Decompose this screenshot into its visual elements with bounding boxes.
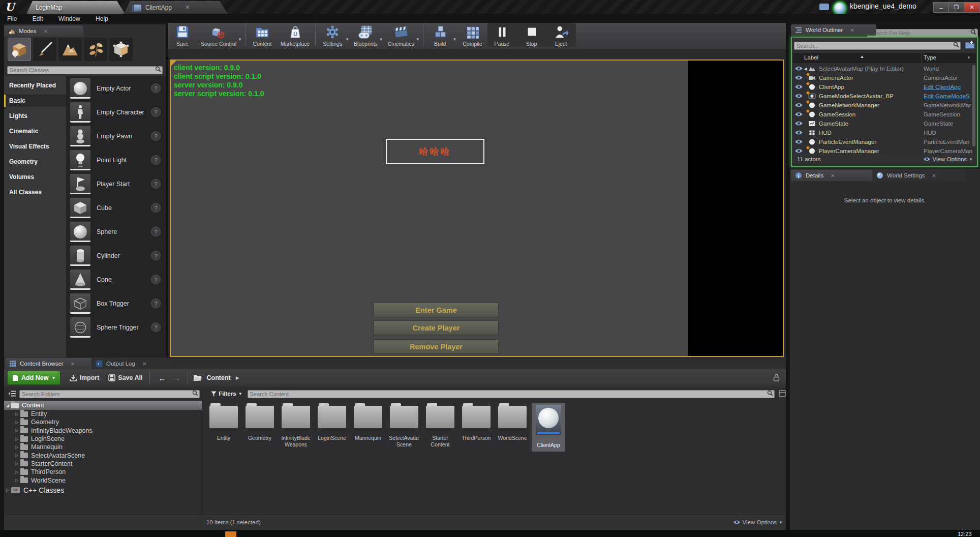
filters-button[interactable]: Filters ▼ (211, 391, 242, 397)
breadcrumb-arrow-icon[interactable]: ▶ (236, 375, 239, 380)
outliner-search-input[interactable] (794, 42, 961, 50)
close-icon[interactable]: ✕ (932, 173, 936, 178)
search-content-input[interactable] (248, 390, 775, 398)
breadcrumb-content[interactable]: Content (206, 374, 230, 381)
lock-icon[interactable] (773, 374, 780, 381)
asset-tab-clientapp[interactable]: ClientApp ✕ (124, 1, 228, 14)
search-folders-input[interactable] (19, 390, 200, 398)
save-all-button[interactable]: Save All (108, 374, 142, 381)
visibility-eye-icon[interactable] (794, 148, 803, 154)
expand-arrow-icon[interactable]: ▷ (15, 428, 20, 433)
outliner-row-actor[interactable]: GameModeSelectAvatar_BP Edit GameModeS (793, 92, 976, 101)
expand-arrow-icon[interactable]: ◢ (6, 403, 11, 408)
tab-details[interactable]: i Details ✕ (791, 170, 879, 181)
taskbar-app-icon[interactable] (225, 531, 236, 537)
class-item-sphere-trigger[interactable]: Sphere Trigger ? (66, 315, 166, 339)
help-icon[interactable]: ? (151, 107, 161, 117)
chevron-down-icon[interactable]: ▼ (238, 37, 242, 42)
content-button[interactable]: Content (251, 24, 273, 47)
mode-landscape-button[interactable] (58, 38, 82, 61)
close-icon[interactable]: ✕ (71, 361, 75, 367)
outliner-row-actor[interactable]: ParticleEventManager ParticleEventMan (793, 137, 976, 146)
help-icon[interactable]: ? (151, 131, 161, 141)
build-button[interactable]: Build (429, 24, 451, 47)
class-item-player-start[interactable]: Player Start ? (66, 172, 166, 196)
help-icon[interactable]: ? (151, 322, 161, 332)
outliner-row-actor[interactable]: GameSession GameSession (793, 110, 976, 119)
mode-place-button[interactable] (8, 38, 31, 61)
engine-status-marble-icon[interactable] (833, 1, 847, 15)
asset-folder[interactable]: Entity (207, 406, 240, 441)
collapse-arrow-icon[interactable]: ◀ (803, 67, 808, 71)
category-all-classes[interactable]: All Classes (4, 186, 66, 198)
mode-geometry-button[interactable] (109, 38, 133, 61)
asset-folder[interactable]: WorldScene (496, 406, 529, 441)
expand-arrow-icon[interactable]: ▷ (15, 445, 20, 450)
asset-folder[interactable]: LoginScene (315, 406, 349, 441)
category-visual-effects[interactable]: Visual Effects (4, 140, 66, 153)
chevron-down-icon[interactable]: ▼ (967, 55, 971, 60)
tree-item-content[interactable]: ◢ Content (4, 401, 202, 410)
outliner-row-actor[interactable]: CameraActor CameraActor (793, 73, 976, 82)
asset-clientapp-selected[interactable]: ClientApp (532, 403, 565, 452)
view-options-button[interactable]: View Options ▼ (733, 519, 783, 525)
settings-button[interactable]: Settings (321, 24, 344, 47)
visibility-eye-icon[interactable] (794, 84, 803, 90)
save-button[interactable]: Save (171, 24, 194, 47)
close-icon[interactable]: ✕ (831, 173, 835, 178)
tree-item[interactable]: ▷Mannequin (4, 443, 202, 451)
import-button[interactable]: Import (70, 374, 99, 381)
help-icon[interactable]: ? (151, 155, 161, 165)
tree-item[interactable]: ▷Geometry (4, 418, 202, 426)
class-item-sphere[interactable]: Sphere ? (66, 220, 166, 244)
saved-filter-icon[interactable] (779, 390, 786, 397)
class-item-cylinder[interactable]: Cylinder ? (66, 244, 166, 267)
edit-asset-link[interactable]: Edit GameModeS (924, 93, 970, 99)
help-icon[interactable]: ? (151, 251, 161, 260)
create-player-button[interactable]: Create Player (374, 320, 499, 335)
edit-asset-link[interactable]: Edit ClientApp (924, 84, 961, 90)
visibility-eye-icon[interactable] (794, 75, 803, 80)
eject-button[interactable]: Eject (550, 24, 572, 47)
class-item-cube[interactable]: Cube ? (66, 196, 166, 220)
help-icon[interactable]: ? (151, 83, 161, 93)
column-divider[interactable] (921, 53, 922, 63)
visibility-eye-icon[interactable] (794, 130, 803, 135)
outliner-row-actor[interactable]: GameNetworkManager GameNetworkMar (793, 101, 976, 110)
feedback-bubble-icon[interactable] (819, 4, 829, 10)
class-item-box-trigger[interactable]: Box Trigger ? (66, 291, 166, 315)
tree-item[interactable]: ▷LoginScene (4, 435, 202, 443)
visibility-eye-icon[interactable] (794, 121, 803, 126)
tab-modes[interactable]: Modes ✕ (4, 25, 83, 37)
expand-arrow-icon[interactable]: ▷ (15, 412, 20, 416)
tab-world-settings[interactable]: World Settings ✕ (872, 170, 966, 181)
close-button[interactable]: ✕ (964, 2, 980, 13)
category-volumes[interactable]: Volumes (4, 171, 66, 183)
asset-folder[interactable]: Geometry (243, 406, 277, 441)
help-icon[interactable]: ? (151, 275, 161, 284)
marketplace-button[interactable]: U Marketplace (281, 24, 310, 47)
mode-paint-button[interactable] (33, 38, 56, 61)
asset-folder[interactable]: InfinityBlade Weapons (279, 406, 313, 448)
category-lights[interactable]: Lights (4, 110, 66, 122)
asset-folder[interactable]: Mannequin (351, 406, 385, 441)
help-icon[interactable]: ? (151, 179, 161, 189)
close-icon[interactable]: ✕ (850, 27, 854, 33)
outliner-row-actor[interactable]: ClientApp Edit ClientApp (793, 82, 976, 92)
tree-item[interactable]: ▷InfinityBladeWeapons (4, 427, 202, 435)
view-options-button[interactable]: View Options ▼ (923, 156, 973, 162)
outliner-row-actor[interactable]: HUD HUD (793, 128, 976, 137)
tree-item[interactable]: ▷ThirdPerson (4, 468, 202, 476)
asset-folder[interactable]: ThirdPerson (460, 406, 493, 441)
expand-arrow-icon[interactable]: ▷ (6, 488, 11, 492)
chevron-down-icon[interactable]: ▼ (416, 37, 420, 42)
chevron-down-icon[interactable]: ▼ (379, 37, 383, 42)
expand-arrow-icon[interactable]: ▷ (15, 437, 20, 441)
scrollbar[interactable] (972, 65, 975, 146)
menu-edit[interactable]: Edit (33, 14, 43, 23)
expand-arrow-icon[interactable]: ▷ (15, 461, 20, 466)
help-icon[interactable]: ? (151, 299, 161, 308)
visibility-eye-icon[interactable] (794, 111, 803, 117)
sort-ascending-icon[interactable]: ▲ (860, 54, 864, 59)
tree-item[interactable]: ▷SelectAvatarScene (4, 451, 202, 459)
